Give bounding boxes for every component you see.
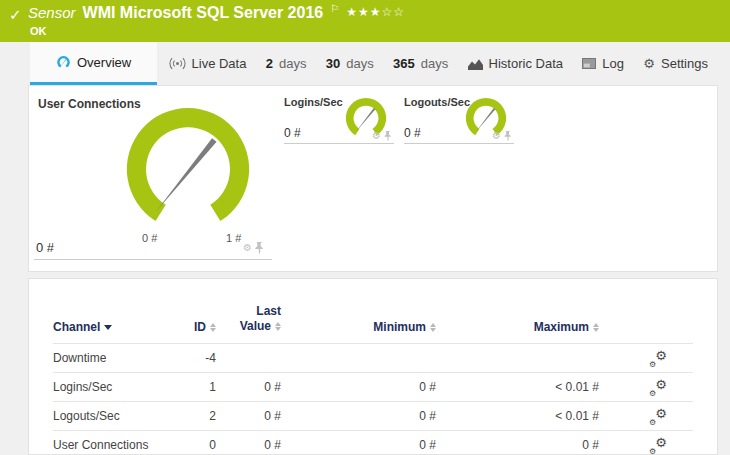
tab-live-data-label: Live Data bbox=[192, 56, 247, 71]
cell-id: 2 bbox=[168, 409, 216, 423]
tab-historic-data[interactable]: Historic Data bbox=[460, 42, 571, 85]
tab-live-data[interactable]: Live Data bbox=[161, 42, 255, 85]
sensor-title-line: Sensor WMI Microsoft SQL Server 2016 ⚐ ★… bbox=[28, 4, 405, 22]
cell-id: -4 bbox=[168, 351, 216, 365]
gauge-icon bbox=[56, 55, 71, 70]
log-icon bbox=[582, 58, 596, 69]
cell-channel: Logins/Sec bbox=[53, 380, 168, 394]
gauge-current-value: 0 # bbox=[404, 126, 421, 140]
gauge-title: Logins/Sec bbox=[284, 96, 343, 108]
live-data-icon bbox=[169, 57, 186, 70]
cell-channel: User Connections bbox=[53, 438, 168, 452]
gauge-scale-min: 0 # bbox=[142, 232, 157, 244]
gauge-corner-actions: ⚙ bbox=[372, 131, 392, 141]
tab-2-days[interactable]: 2 days bbox=[258, 42, 315, 85]
historic-chart-icon bbox=[468, 58, 483, 70]
tab-30-days[interactable]: 30 days bbox=[318, 42, 382, 85]
sensor-title: WMI Microsoft SQL Server 2016 bbox=[83, 4, 324, 22]
sensor-status-text: OK bbox=[30, 25, 47, 37]
cell-maximum: < 0.01 # bbox=[436, 409, 599, 423]
tab-overview-label: Overview bbox=[77, 55, 131, 70]
gauge-corner-actions: ⚙ bbox=[243, 242, 264, 254]
column-header-minimum[interactable]: Minimum bbox=[281, 320, 436, 334]
tab-2-days-number: 2 bbox=[266, 56, 273, 71]
user-connections-gauge-chart bbox=[115, 98, 261, 244]
sort-desc-caret-icon bbox=[104, 325, 112, 330]
status-ok-check-icon: ✓ bbox=[9, 6, 22, 24]
tab-bar: Overview Live Data 2 days 30 days 365 da… bbox=[0, 42, 730, 85]
tab-historic-data-label: Historic Data bbox=[489, 56, 563, 71]
tab-log-label: Log bbox=[602, 56, 624, 71]
gauge-corner-actions: ⚙ bbox=[492, 131, 512, 141]
object-kind-label: Sensor bbox=[28, 4, 76, 21]
tab-settings[interactable]: ⚙ Settings bbox=[635, 42, 716, 85]
stars-filled: ★★★ bbox=[346, 5, 381, 19]
stars-empty: ☆☆ bbox=[381, 5, 405, 19]
cell-maximum: < 0.01 # bbox=[436, 380, 599, 394]
column-header-maximum[interactable]: Maximum bbox=[436, 320, 599, 334]
gauge-user-connections: User Connections 0 # 1 # 0 # ⚙ bbox=[34, 94, 272, 260]
channel-table-header: Channel ID LastValue Minimum Maximum bbox=[53, 279, 693, 343]
cell-id: 1 bbox=[168, 380, 216, 394]
cell-maximum: 0 # bbox=[436, 438, 599, 452]
channel-settings-gears-icon[interactable]: ⚙⚙ bbox=[651, 409, 667, 424]
cell-last-value: 0 # bbox=[216, 409, 281, 423]
tab-overview[interactable]: Overview bbox=[30, 42, 157, 85]
table-row-logins-sec: Logins/Sec 1 0 # 0 # < 0.01 # ⚙⚙ bbox=[53, 372, 693, 401]
gauge-current-value: 0 # bbox=[36, 240, 54, 255]
gauge-current-value: 0 # bbox=[284, 126, 301, 140]
gauge-settings-icon[interactable]: ⚙ bbox=[372, 131, 381, 141]
gauge-logouts-sec: Logouts/Sec 0 # ⚙ bbox=[404, 94, 514, 144]
cell-minimum: 0 # bbox=[281, 380, 436, 394]
settings-gear-icon: ⚙ bbox=[643, 57, 655, 70]
gauge-pin-icon[interactable] bbox=[255, 242, 264, 254]
cell-minimum: 0 # bbox=[281, 409, 436, 423]
table-row-downtime: Downtime -4 ⚙⚙ bbox=[53, 343, 693, 372]
tab-365-days[interactable]: 365 days bbox=[385, 42, 456, 85]
tab-365-days-unit: days bbox=[421, 56, 448, 71]
cell-id: 0 bbox=[168, 438, 216, 452]
column-header-channel[interactable]: Channel bbox=[53, 320, 168, 334]
gauge-pin-icon[interactable] bbox=[504, 131, 512, 141]
cell-channel: Downtime bbox=[53, 351, 168, 365]
overview-gauges-panel: User Connections 0 # 1 # 0 # ⚙ Logins/Se… bbox=[28, 85, 718, 272]
column-header-id[interactable]: ID bbox=[168, 320, 216, 334]
tab-30-days-number: 30 bbox=[326, 56, 340, 71]
channel-settings-gears-icon[interactable]: ⚙⚙ bbox=[651, 438, 667, 453]
priority-stars[interactable]: ★★★☆☆ bbox=[346, 5, 405, 19]
cell-last-value: 0 # bbox=[216, 380, 281, 394]
gauge-settings-icon[interactable]: ⚙ bbox=[492, 131, 501, 141]
cell-minimum: 0 # bbox=[281, 438, 436, 452]
table-row-user-connections: User Connections 0 0 # 0 # 0 # ⚙⚙ bbox=[53, 430, 693, 455]
gauge-logins-sec: Logins/Sec 0 # ⚙ bbox=[284, 94, 394, 144]
gauge-settings-icon[interactable]: ⚙ bbox=[243, 243, 252, 253]
sort-updown-icon bbox=[593, 323, 599, 332]
gauge-scale-max: 1 # bbox=[226, 232, 241, 244]
tab-365-days-number: 365 bbox=[393, 56, 415, 71]
tab-settings-label: Settings bbox=[661, 56, 708, 71]
tab-30-days-unit: days bbox=[346, 56, 373, 71]
sensor-status-bar: ✓ Sensor WMI Microsoft SQL Server 2016 ⚐… bbox=[0, 0, 730, 42]
table-row-logouts-sec: Logouts/Sec 2 0 # 0 # < 0.01 # ⚙⚙ bbox=[53, 401, 693, 430]
channel-settings-gears-icon[interactable]: ⚙⚙ bbox=[651, 380, 667, 395]
column-header-last-value[interactable]: LastValue bbox=[216, 304, 281, 334]
cell-channel: Logouts/Sec bbox=[53, 409, 168, 423]
flag-icon[interactable]: ⚐ bbox=[330, 3, 339, 14]
tab-log[interactable]: Log bbox=[574, 42, 632, 85]
channel-settings-gears-icon[interactable]: ⚙⚙ bbox=[651, 351, 667, 366]
gauge-pin-icon[interactable] bbox=[384, 131, 392, 141]
tab-2-days-unit: days bbox=[279, 56, 306, 71]
channel-table-panel: Channel ID LastValue Minimum Maximum Dow… bbox=[28, 278, 718, 455]
cell-last-value: 0 # bbox=[216, 438, 281, 452]
gauge-title: Logouts/Sec bbox=[404, 96, 470, 108]
channel-table: Channel ID LastValue Minimum Maximum Dow… bbox=[29, 279, 717, 455]
